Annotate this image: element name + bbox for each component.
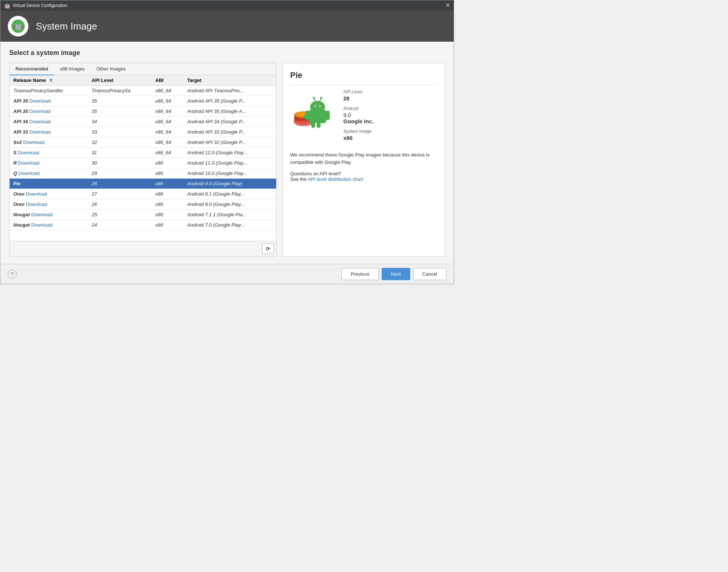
col-release-name: Release Name ▼ <box>10 75 88 86</box>
cell-api-level: 33 <box>88 127 152 137</box>
cell-abi: x86_64 <box>152 96 183 106</box>
table-row[interactable]: R Download30x86Android 11.0 (Google Play… <box>10 158 276 168</box>
table-row[interactable]: Sv2 Download32x86_64Android API 32 (Goog… <box>10 137 276 148</box>
api-question-text: Questions on API level? <box>290 171 341 176</box>
cell-target: Android API 32 (Google P... <box>183 137 276 148</box>
cell-target: Android 12.0 (Google Play... <box>183 148 276 158</box>
release-name-text: API 34 <box>13 119 28 124</box>
tabs: Recommended x86 Images Other Images <box>10 63 276 75</box>
download-link[interactable]: Download <box>24 201 47 207</box>
download-link[interactable]: Download <box>24 191 47 197</box>
table-row[interactable]: API 33 Download33x86_64Android API 33 (G… <box>10 127 276 137</box>
download-link[interactable]: Download <box>28 119 51 124</box>
release-name-text: Nougat <box>13 222 30 228</box>
android-label: Android <box>343 106 437 111</box>
svg-point-12 <box>319 106 320 107</box>
header-icon: 🤖 <box>8 16 28 37</box>
sort-arrow: ▼ <box>49 77 54 83</box>
cell-api-level: 32 <box>88 137 152 148</box>
svg-rect-19 <box>311 123 315 128</box>
table-row[interactable]: S Download31x86_64Android 12.0 (Google P… <box>10 148 276 158</box>
cell-api-level: 35 <box>88 96 152 106</box>
cell-release-name: API 35 Download <box>10 106 88 117</box>
cell-abi: x86_64 <box>152 106 183 117</box>
table-row[interactable]: Nougat Download25x86Android 7.1.1 (Googl… <box>10 210 276 220</box>
cell-target: Android 7.0 (Google Play... <box>183 220 276 230</box>
cancel-button[interactable]: Cancel <box>413 268 446 280</box>
download-link[interactable]: Download <box>22 139 44 145</box>
svg-point-8 <box>310 101 325 113</box>
table-row[interactable]: TiramsuPrivacySandboTiramsuPrivacySax86_… <box>10 86 276 96</box>
help-button[interactable]: ? <box>8 270 17 279</box>
download-link[interactable]: Download <box>17 160 39 166</box>
title-bar: 🤖 Virtual Device Configuration ✕ <box>0 0 454 11</box>
cell-release-name: API 33 Download <box>10 127 88 137</box>
cell-release-name: API 34 Download <box>10 117 88 127</box>
cell-api-level: 34 <box>88 117 152 127</box>
cell-release-name: Nougat Download <box>10 220 88 230</box>
tab-recommended[interactable]: Recommended <box>10 63 54 75</box>
col-api-level: API Level <box>88 75 152 86</box>
col-target: Target <box>183 75 276 86</box>
release-name-text: Sv2 <box>13 139 22 145</box>
cell-target: Android API 33 (Google P... <box>183 127 276 137</box>
cell-abi: x86 <box>152 158 183 168</box>
cell-api-level: 29 <box>88 168 152 179</box>
cell-abi: x86 <box>152 189 183 199</box>
tab-otherimages[interactable]: Other Images <box>90 63 131 75</box>
download-link[interactable]: Download <box>30 222 52 228</box>
cell-release-name: Sv2 Download <box>10 137 88 148</box>
detail-name: Pie <box>290 70 437 85</box>
header-title: System Image <box>36 21 97 32</box>
cell-api-level: 27 <box>88 189 152 199</box>
svg-point-15 <box>313 97 315 99</box>
footer: ? Previous Next Cancel <box>0 264 454 284</box>
table-row[interactable]: API 35 Download35x86_64Android API 35 (G… <box>10 106 276 117</box>
close-button[interactable]: ✕ <box>445 3 450 8</box>
table-row[interactable]: API 35 Download35x86_64Android API 35 (G… <box>10 96 276 106</box>
download-link[interactable]: Download <box>28 129 51 135</box>
table-row[interactable]: Nougat Download24x86Android 7.0 (Google … <box>10 220 276 230</box>
download-link[interactable]: Download <box>28 98 51 104</box>
table-row[interactable]: Pie28x86Android 9.0 (Google Play) <box>10 179 276 189</box>
table-row[interactable]: Oreo Download27x86Android 8.1 (Google Pl… <box>10 189 276 199</box>
release-name-text: Oreo <box>13 201 24 207</box>
download-link[interactable]: Download <box>30 212 52 217</box>
release-name-text: Nougat <box>13 212 30 217</box>
table-row[interactable]: Q Download29x86Android 10.0 (Google Play… <box>10 168 276 179</box>
svg-point-16 <box>320 97 323 99</box>
recommend-text: We recommend these Google Play images be… <box>290 151 437 166</box>
api-level-label: API Level <box>343 89 437 94</box>
next-button[interactable]: Next <box>382 268 410 280</box>
download-link[interactable]: Download <box>17 150 39 155</box>
table-container: Release Name ▼ API Level ABI Target Tira… <box>10 75 276 241</box>
tab-x86images[interactable]: x86 Images <box>54 63 90 75</box>
download-link[interactable]: Download <box>17 170 40 176</box>
system-image-value: x86 <box>343 135 437 141</box>
refresh-button[interactable]: ⟳ <box>262 244 274 254</box>
cell-release-name: S Download <box>10 148 88 158</box>
release-name-text: Q <box>13 170 17 176</box>
system-image-table: Release Name ▼ API Level ABI Target Tira… <box>10 75 276 230</box>
download-link[interactable]: Download <box>28 108 51 114</box>
api-level-value: 28 <box>343 95 437 101</box>
cell-abi: x86 <box>152 168 183 179</box>
cell-target: Android 11.0 (Google Play... <box>183 158 276 168</box>
release-name-text: API 33 <box>13 129 28 135</box>
detail-info: API Level 28 Android 9.0 Google Inc. Sys… <box>343 89 437 141</box>
table-row[interactable]: API 34 Download34x86_64Android API 34 (G… <box>10 117 276 127</box>
google-inc: Google Inc. <box>343 118 374 124</box>
cell-abi: x86_64 <box>152 137 183 148</box>
api-level-link[interactable]: API level distribution chart <box>308 176 363 182</box>
right-panel: Pie <box>282 63 445 256</box>
cell-api-level: 28 <box>88 179 152 189</box>
cell-release-name: R Download <box>10 158 88 168</box>
title-bar-icon: 🤖 <box>4 3 10 8</box>
cell-target: Android 10.0 (Google Play... <box>183 168 276 179</box>
header: 🤖 System Image <box>0 11 454 42</box>
svg-point-11 <box>315 106 316 107</box>
previous-button[interactable]: Previous <box>341 268 379 280</box>
release-name-text: API 35 <box>13 108 28 114</box>
table-row[interactable]: Oreo Download26x86Android 8.0 (Google Pl… <box>10 199 276 210</box>
android-studio-icon: 🤖 <box>11 19 25 33</box>
